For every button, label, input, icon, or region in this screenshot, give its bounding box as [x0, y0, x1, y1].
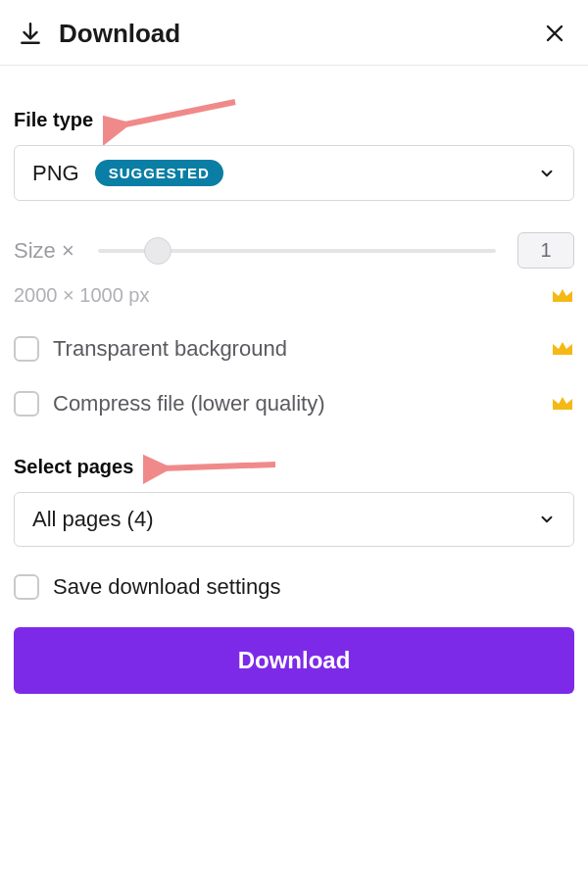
header-left: Download [18, 19, 180, 49]
close-icon [543, 22, 566, 45]
chevron-down-icon [538, 511, 556, 528]
select-pages-label-text: Select pages [14, 456, 133, 478]
transparent-bg-label[interactable]: Transparent background [53, 336, 287, 362]
select-pages-label: Select pages [14, 456, 574, 478]
size-row: Size × [14, 232, 574, 269]
size-label: Size × [14, 238, 74, 264]
file-type-select-left: PNG SUGGESTED [32, 160, 223, 186]
file-type-select[interactable]: PNG SUGGESTED [14, 145, 574, 201]
panel-title: Download [59, 19, 180, 49]
compress-left: Compress file (lower quality) [14, 391, 325, 416]
file-type-label: File type [14, 109, 574, 131]
select-pages-value: All pages (4) [32, 507, 154, 532]
crown-icon [551, 339, 574, 359]
panel-content: File type PNG SUGGESTED Size × [0, 109, 588, 694]
save-settings-checkbox[interactable] [14, 574, 39, 600]
save-settings-label[interactable]: Save download settings [53, 574, 280, 600]
compress-checkbox[interactable] [14, 391, 39, 416]
select-pages-section: Select pages All pages (4) [14, 456, 574, 547]
save-settings-left: Save download settings [14, 574, 280, 600]
chevron-down-icon [538, 165, 556, 182]
close-button[interactable] [539, 18, 570, 49]
svg-line-0 [121, 102, 235, 125]
svg-line-1 [161, 465, 275, 468]
compress-row: Compress file (lower quality) [14, 391, 574, 416]
download-button[interactable]: Download [14, 627, 574, 694]
transparent-bg-left: Transparent background [14, 336, 287, 362]
transparent-bg-checkbox[interactable] [14, 336, 39, 362]
file-type-label-text: File type [14, 109, 93, 131]
compress-label[interactable]: Compress file (lower quality) [53, 391, 325, 416]
panel-header: Download [0, 0, 588, 66]
dimensions-row: 2000 × 1000 px [14, 284, 574, 307]
download-icon [18, 21, 43, 46]
save-settings-row: Save download settings [14, 574, 574, 600]
slider-thumb[interactable] [144, 237, 172, 265]
suggested-badge: SUGGESTED [95, 160, 223, 186]
file-type-value: PNG [32, 161, 79, 186]
select-pages-select[interactable]: All pages (4) [14, 492, 574, 547]
dimensions-text: 2000 × 1000 px [14, 284, 149, 307]
size-input[interactable] [517, 232, 574, 269]
crown-icon [551, 394, 574, 414]
size-slider[interactable] [98, 237, 496, 265]
crown-icon [551, 286, 574, 306]
transparent-bg-row: Transparent background [14, 336, 574, 362]
